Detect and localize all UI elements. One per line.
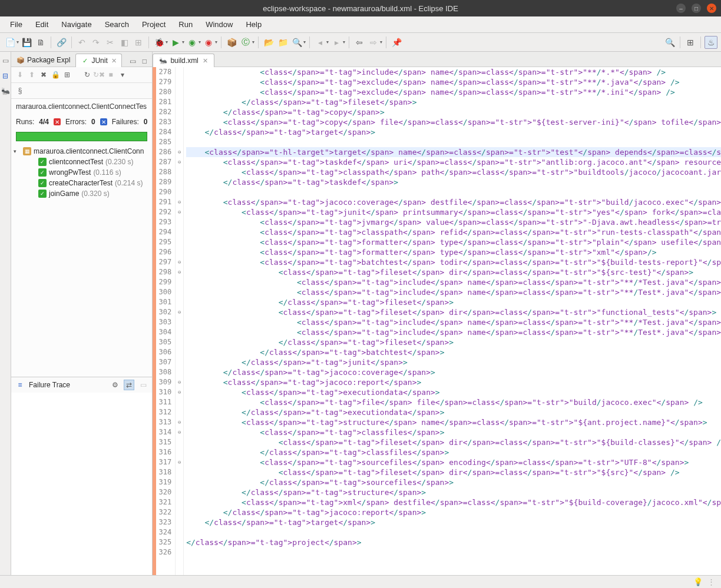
show-fail-icon[interactable]: ✖ [38,69,49,80]
menu-search[interactable]: Search [100,18,134,31]
code-body[interactable]: <class</span>="t-tag">include</span> nam… [184,67,721,575]
junit-toolbar-2: § [11,83,152,99]
debug-icon[interactable]: 🐞 [153,36,166,49]
maximize-button[interactable]: □ [692,4,701,13]
new-pkg-icon[interactable]: 📦 [225,36,238,49]
search-type-icon[interactable]: 🔍 [290,36,303,49]
tree-root[interactable]: ▾ ▦ marauroa.clientconnect.ClientConn [11,146,152,157]
package-icon: 📦 [16,56,25,64]
workbench: ▭ ⊟ 🐜 📦 Package Expl ✓ JUnit ✕ ▭ □ ⬇ ⬆ ✖… [0,52,721,575]
ant-icon[interactable]: 🐜 [0,86,11,97]
ant-file-icon: 🐜 [159,57,167,65]
chevron-down-icon[interactable]: ▾ [14,148,21,154]
test-time: (0.116 s) [93,168,121,177]
forward-icon[interactable]: ⇨ [367,36,380,49]
restore-icon[interactable]: ▭ [0,55,11,66]
maximize-view-icon[interactable]: □ [139,56,150,67]
close-icon[interactable]: ✕ [111,57,117,65]
junit-icon: ✓ [81,57,89,65]
layout-icon[interactable]: ⊞ [62,69,72,80]
rerun-fail-icon[interactable]: ↻✖ [94,69,104,80]
outline-icon[interactable]: ⊟ [0,71,11,81]
next-ann-icon[interactable]: ▸ [330,36,343,49]
failure-trace-label: Failure Trace [29,381,70,389]
editor-tab-buildxml[interactable]: 🐜 build.xml ✕ [153,54,214,67]
menu-help[interactable]: Help [240,18,267,31]
pin-icon[interactable]: § [15,85,25,96]
frame-icon[interactable]: ▭ [138,380,148,390]
java-persp-icon[interactable]: ♨ [705,36,717,49]
save-icon[interactable]: 💾 [20,36,33,49]
test-row[interactable]: ✓createCharacterTest (0.214 s) [11,178,152,188]
test-time: (0.214 s) [115,179,143,187]
menu-window[interactable]: Window [200,18,238,31]
editor-tab-label: build.xml [170,57,198,65]
menu-project[interactable]: Project [137,18,171,31]
search-icon[interactable]: 🔍 [663,36,676,49]
junit-tree[interactable]: ▾ ▦ marauroa.clientconnect.ClientConn ✓c… [11,144,152,201]
toggle-icon[interactable]: ◧ [118,36,131,49]
stop-icon[interactable]: ■ [105,69,116,80]
cut-icon[interactable]: ✂ [104,36,117,49]
compare-icon[interactable]: ⇄ [124,380,134,390]
menu-navigate[interactable]: Navigate [56,18,97,31]
pin-icon[interactable]: 📌 [390,36,403,49]
error-icon: ✕ [54,118,61,125]
test-name: createCharacterTest [49,179,113,187]
main-toolbar: 📄▾ 💾 🗎 🔗 ↶ ↷ ✂ ◧ ⊞ 🐞▾ ▶▾ ◉▾ ◉▾ 📦 Ⓒ▾ 📂 📁 … [0,33,721,52]
tree-root-label: marauroa.clientconnect.ClientConn [34,147,144,155]
tip-icon[interactable]: 💡 [693,577,703,586]
prev-fail-icon[interactable]: ⬆ [27,69,37,80]
coverage-icon[interactable]: ◉ [186,36,199,49]
rerun-icon[interactable]: ↻ [82,69,92,80]
close-icon[interactable]: ✕ [203,57,208,65]
menubar: FileEditNavigateSearchProjectRunWindowHe… [0,16,721,33]
open-persp-icon[interactable]: ⊞ [684,36,697,49]
menu-edit[interactable]: Edit [30,18,54,31]
history-icon[interactable]: ▾ [117,69,128,80]
expand-icon[interactable]: ⊞ [132,36,145,49]
tab-package-explorer[interactable]: 📦 Package Expl [11,53,75,67]
run-icon[interactable]: ▶ [169,36,182,49]
test-row[interactable]: ✓joinGame (0.320 s) [11,188,152,199]
test-pass-icon: ✓ [38,158,47,166]
new-icon[interactable]: 📄 [4,36,16,49]
failures-value: 0 [144,118,148,126]
junit-toolbar: ⬇ ⬆ ✖ 🔒 ⊞ ↻ ↻✖ ■ ▾ [11,67,152,83]
close-button[interactable]: ✕ [707,4,716,13]
junit-progress [16,132,147,141]
new-class-icon[interactable]: Ⓒ [239,36,252,49]
open-task-icon[interactable]: 📁 [276,36,289,49]
failure-icon: ✕ [100,118,107,125]
menu-run[interactable]: Run [173,18,198,31]
view-tabs: 📦 Package Expl ✓ JUnit ✕ ▭ □ [11,52,152,67]
save-all-icon[interactable]: 🗎 [34,36,47,49]
redo-icon[interactable]: ↷ [90,36,102,49]
minimize-view-icon[interactable]: ▭ [127,56,138,67]
filter-icon[interactable]: ⚙ [110,380,120,390]
fold-gutter[interactable]: ⊖⊖⊖⊖⊖⊖⊖⊖⊖⊖⊖⊖ [176,67,184,575]
failure-trace-body [11,393,152,575]
overview-icon[interactable]: ⋮ [707,577,715,586]
run-ext-icon[interactable]: ◉ [202,36,215,49]
editor-tabs: 🐜 build.xml ✕ ▭ □ [153,52,721,67]
titlebar: eclipse-workspace - newmarauroa/build.xm… [0,0,721,16]
test-row[interactable]: ✓clientconnectTest (0.230 s) [11,157,152,167]
window-title: eclipse-workspace - newmarauroa/build.xm… [263,4,458,13]
menu-file[interactable]: File [5,18,28,31]
prev-ann-icon[interactable]: ◂ [313,36,326,49]
editor-content[interactable]: 2782792802812822832842852862872882892902… [153,67,721,575]
back-icon[interactable]: ⇦ [353,36,366,49]
link-icon[interactable]: 🔗 [55,36,68,49]
window-controls: – □ ✕ [676,4,716,13]
minimize-button[interactable]: – [676,4,686,13]
tab-label: Package Expl [27,56,70,64]
errors-value: 0 [91,118,95,126]
next-fail-icon[interactable]: ⬇ [15,69,25,80]
open-type-icon[interactable]: 📂 [262,36,275,49]
tab-junit[interactable]: ✓ JUnit ✕ [75,54,121,67]
undo-icon[interactable]: ↶ [75,36,88,49]
left-panel: 📦 Package Expl ✓ JUnit ✕ ▭ □ ⬇ ⬆ ✖ 🔒 ⊞ ↻… [11,52,153,575]
scroll-lock-icon[interactable]: 🔒 [50,69,61,80]
test-row[interactable]: ✓wrongPwTest (0.116 s) [11,167,152,178]
